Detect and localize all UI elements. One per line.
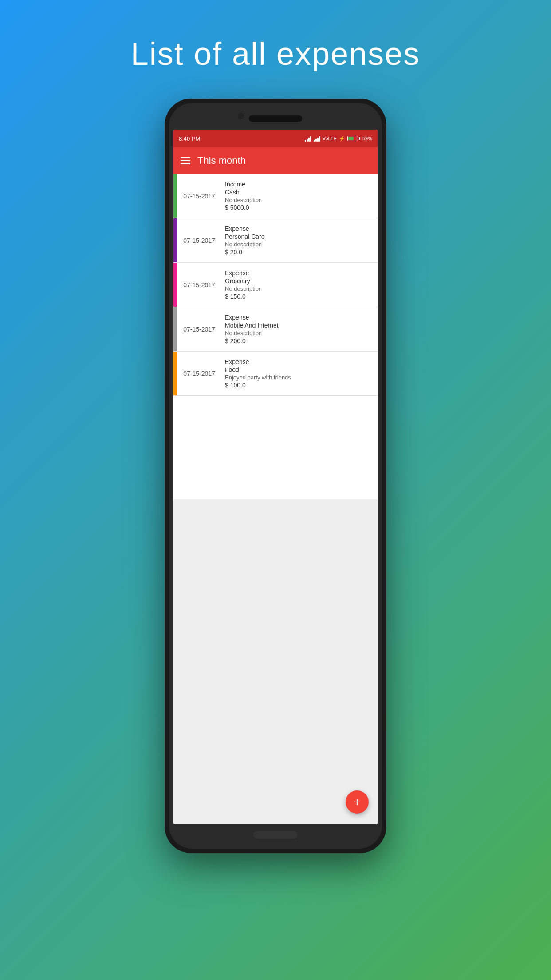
battery-icon	[347, 136, 360, 141]
page-title: List of all expenses	[131, 36, 420, 72]
bar2	[307, 139, 308, 142]
phone-home-button[interactable]	[253, 831, 298, 839]
list-item[interactable]: 07-15-2017 Expense Food Enjoyed party wi…	[173, 352, 378, 396]
item-category: Grossary	[225, 277, 262, 285]
bar2	[315, 139, 317, 142]
item-category: Cash	[225, 189, 262, 196]
battery-body	[347, 136, 358, 141]
app-bar: This month	[173, 147, 378, 174]
category-color-bar	[173, 218, 177, 262]
item-details: Expense Food Enjoyed party with friends …	[221, 352, 295, 395]
bar3	[317, 138, 319, 142]
category-color-bar	[173, 174, 177, 218]
item-date: 07-15-2017	[177, 174, 221, 218]
phone-body: 8:40 PM	[165, 99, 386, 853]
status-right: VoLTE ⚡ 59%	[305, 135, 372, 142]
battery-fill	[348, 137, 354, 140]
item-category: Mobile And Internet	[225, 322, 279, 329]
item-date: 07-15-2017	[177, 352, 221, 395]
item-details: Expense Grossary No description $ 150.0	[221, 263, 265, 307]
menu-icon[interactable]	[181, 157, 190, 164]
item-description: Enjoyed party with friends	[225, 374, 291, 381]
lightning-icon: ⚡	[339, 136, 345, 142]
bar1	[314, 140, 315, 142]
status-bar: 8:40 PM	[173, 130, 378, 147]
add-expense-button[interactable]: +	[346, 790, 369, 814]
item-date: 07-15-2017	[177, 263, 221, 307]
signal-icon-1	[305, 135, 311, 142]
category-color-bar	[173, 307, 177, 351]
category-color-bar	[173, 352, 177, 395]
list-item[interactable]: 07-15-2017 Expense Personal Care No desc…	[173, 218, 378, 263]
phone-device: 8:40 PM	[165, 99, 386, 853]
item-type: Expense	[225, 269, 262, 277]
item-description: No description	[225, 241, 265, 248]
battery-tip	[359, 137, 360, 140]
item-amount: $ 5000.0	[225, 204, 262, 211]
app-bar-title: This month	[197, 155, 246, 166]
hamburger-line-1	[181, 157, 190, 158]
item-type: Expense	[225, 358, 291, 365]
footer-area: +	[173, 499, 378, 825]
phone-speaker	[249, 115, 302, 122]
status-time: 8:40 PM	[179, 135, 200, 142]
item-date: 07-15-2017	[177, 218, 221, 262]
item-description: No description	[225, 330, 279, 336]
signal-icon-2	[314, 135, 320, 142]
volte-label: VoLTE	[323, 136, 337, 141]
item-description: No description	[225, 197, 262, 203]
item-type: Expense	[225, 314, 279, 321]
bar4	[310, 136, 311, 142]
item-amount: $ 200.0	[225, 337, 279, 344]
screen-body: This month 07-15-2017 Income Cash No des…	[173, 147, 378, 824]
screen: 8:40 PM	[173, 130, 378, 824]
phone-inner: 8:40 PM	[169, 103, 382, 849]
list-item[interactable]: 07-15-2017 Expense Grossary No descripti…	[173, 263, 378, 307]
item-amount: $ 20.0	[225, 249, 265, 256]
item-details: Income Cash No description $ 5000.0	[221, 174, 265, 218]
item-type: Expense	[225, 225, 265, 232]
hamburger-line-3	[181, 163, 190, 164]
item-type: Income	[225, 181, 262, 188]
list-item[interactable]: 07-15-2017 Income Cash No description $ …	[173, 174, 378, 218]
item-category: Personal Care	[225, 233, 265, 240]
item-category: Food	[225, 366, 291, 373]
item-details: Expense Mobile And Internet No descripti…	[221, 307, 282, 351]
bar1	[305, 140, 306, 142]
expense-list: 07-15-2017 Income Cash No description $ …	[173, 174, 378, 499]
category-color-bar	[173, 263, 177, 307]
item-details: Expense Personal Care No description $ 2…	[221, 218, 268, 262]
phone-camera	[238, 113, 244, 119]
bar4	[319, 136, 320, 142]
item-description: No description	[225, 285, 262, 292]
hamburger-line-2	[181, 160, 190, 162]
list-item[interactable]: 07-15-2017 Expense Mobile And Internet N…	[173, 307, 378, 352]
battery-percent: 59%	[362, 136, 372, 141]
bar3	[308, 138, 310, 142]
item-amount: $ 100.0	[225, 382, 291, 389]
item-date: 07-15-2017	[177, 307, 221, 351]
item-amount: $ 150.0	[225, 293, 262, 300]
